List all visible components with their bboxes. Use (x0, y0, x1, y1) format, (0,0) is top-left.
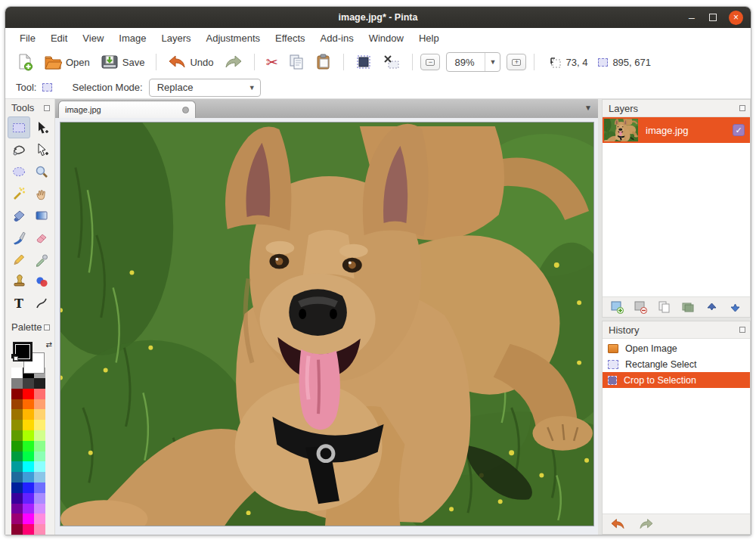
palette-swatch[interactable] (11, 493, 23, 504)
palette-swatch[interactable] (23, 482, 34, 493)
palette-swatch[interactable] (11, 524, 23, 535)
deselect-button[interactable] (379, 51, 404, 73)
minimize-button[interactable]: – (686, 11, 697, 23)
title-bar[interactable]: image.jpg* - Pinta – × (5, 7, 751, 28)
undo-button[interactable]: Undo (164, 52, 217, 72)
palette-swatch[interactable] (11, 389, 23, 399)
zoom-in-button[interactable]: + (507, 54, 526, 70)
palette-swatch[interactable] (23, 472, 34, 482)
palette-swatch[interactable] (11, 504, 23, 514)
palette-swatch[interactable] (23, 399, 34, 410)
color-picker-tool[interactable] (30, 248, 53, 270)
open-button[interactable]: Open (40, 51, 94, 73)
lasso-select-tool[interactable] (8, 138, 30, 160)
history-item[interactable]: Open Image (603, 340, 750, 356)
palette-swatch[interactable] (11, 514, 23, 524)
palette-swatch[interactable] (34, 430, 45, 441)
move-selection-tool[interactable] (30, 116, 53, 138)
palette-swatch[interactable] (11, 430, 23, 441)
merge-layer-down-button[interactable] (682, 301, 695, 314)
layer-visibility-checkbox[interactable]: ✓ (733, 124, 745, 136)
tab-close-icon[interactable] (182, 107, 189, 113)
ellipse-select-tool[interactable] (8, 160, 30, 182)
menu-item-window[interactable]: Window (362, 30, 411, 46)
crop-to-selection-button[interactable] (352, 51, 376, 73)
copy-button[interactable] (284, 51, 308, 73)
tools-panel-collapse-button[interactable] (44, 105, 50, 111)
menu-item-effects[interactable]: Effects (268, 30, 312, 46)
zoom-tool[interactable] (30, 160, 53, 182)
cut-button[interactable]: ✂ (262, 53, 282, 72)
palette-swatch[interactable] (34, 420, 45, 430)
menu-item-file[interactable]: File (13, 30, 42, 46)
save-button[interactable]: Save (97, 51, 149, 73)
palette-swatch[interactable] (34, 472, 45, 482)
recolor-tool[interactable] (30, 270, 53, 292)
layers-panel-collapse-button[interactable] (739, 105, 745, 111)
palette-swatch[interactable] (23, 409, 34, 420)
new-image-button[interactable] (13, 51, 37, 73)
palette-swatch[interactable] (23, 378, 34, 389)
menu-item-adjustments[interactable]: Adjustments (199, 30, 267, 46)
history-item[interactable]: Crop to Selection (603, 372, 750, 388)
selection-mode-dropdown[interactable]: Replace ▼ (149, 79, 261, 97)
delete-layer-button[interactable] (634, 301, 647, 314)
palette-swatch[interactable] (34, 514, 45, 524)
palette-swatch[interactable] (11, 441, 23, 451)
history-redo-button[interactable] (639, 518, 654, 530)
palette-swatch[interactable] (11, 368, 23, 378)
palette-swatch[interactable] (34, 378, 45, 389)
history-item[interactable]: Rectangle Select (603, 356, 750, 372)
paint-bucket-tool[interactable] (8, 204, 30, 226)
palette-swatch[interactable] (34, 482, 45, 493)
text-tool[interactable]: T (8, 292, 30, 314)
palette-swatch[interactable] (23, 493, 34, 504)
palette-swatch[interactable] (23, 441, 34, 451)
palette-swatch[interactable] (34, 493, 45, 504)
palette-swatch[interactable] (34, 504, 45, 514)
palette-swatch[interactable] (34, 451, 45, 462)
palette-swatch[interactable] (11, 399, 23, 410)
gradient-tool[interactable] (30, 204, 53, 226)
palette-swatch[interactable] (11, 461, 23, 472)
current-tool-icon[interactable] (42, 83, 52, 92)
line-curve-tool[interactable] (30, 292, 53, 314)
close-button[interactable]: × (729, 11, 743, 25)
palette-swatch[interactable] (34, 461, 45, 472)
pencil-tool[interactable] (8, 248, 30, 270)
palette-swatch[interactable] (11, 378, 23, 389)
palette-swatch[interactable] (23, 451, 34, 462)
paintbrush-tool[interactable] (8, 226, 30, 248)
palette-swatch[interactable] (11, 451, 23, 462)
palette-swatch[interactable] (11, 409, 23, 420)
palette-panel-collapse-button[interactable] (44, 324, 50, 330)
magic-wand-tool[interactable] (8, 182, 30, 204)
menu-item-layers[interactable]: Layers (154, 30, 197, 46)
palette-swatch[interactable] (11, 482, 23, 493)
add-layer-button[interactable] (611, 301, 624, 314)
canvas-image[interactable] (60, 122, 594, 526)
move-selected-tool[interactable] (30, 138, 53, 160)
palette-swatch[interactable] (34, 399, 45, 410)
duplicate-layer-button[interactable] (658, 301, 671, 314)
move-layer-down-button[interactable] (729, 301, 742, 314)
palette-swatch[interactable] (34, 409, 45, 420)
redo-button[interactable] (221, 52, 246, 72)
eraser-tool[interactable] (30, 226, 53, 248)
menu-item-help[interactable]: Help (412, 30, 446, 46)
tab-list-chevron-icon[interactable]: ▼ (584, 104, 592, 112)
menu-item-addins[interactable]: Add-ins (314, 30, 361, 46)
zoom-out-button[interactable]: − (420, 54, 440, 70)
history-undo-button[interactable] (610, 518, 625, 530)
history-panel-collapse-button[interactable] (739, 327, 745, 333)
palette-swatch[interactable] (34, 441, 45, 451)
palette-swatch[interactable] (11, 420, 23, 430)
palette-swatch[interactable] (34, 389, 45, 399)
zoom-level-select[interactable]: 89% ▼ (446, 52, 500, 72)
palette-swatch[interactable] (34, 524, 45, 535)
menu-item-edit[interactable]: Edit (44, 30, 74, 46)
move-layer-up-button[interactable] (705, 301, 718, 314)
palette-swatch[interactable] (23, 504, 34, 514)
palette-swatch[interactable] (23, 461, 34, 472)
swap-colors-icon[interactable]: ⇄ (46, 340, 52, 349)
